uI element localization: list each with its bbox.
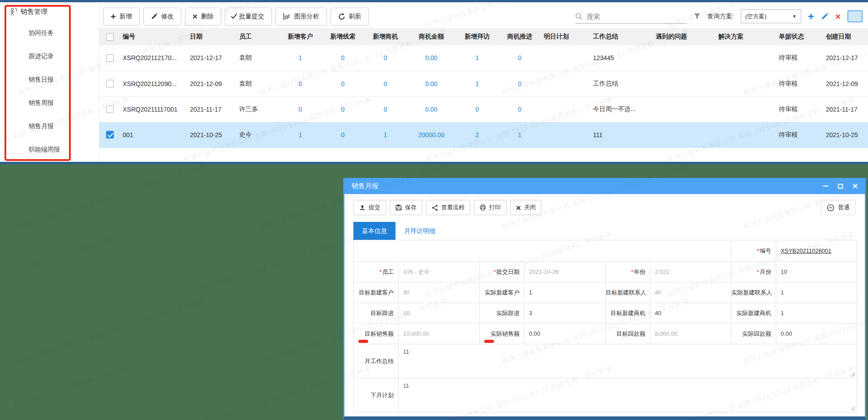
field-label-target-collection-amount: 目标回款额 <box>606 324 650 344</box>
table-row[interactable]: XSRQ202111170012021-11-17许三多0000.0000今日周… <box>99 96 868 122</box>
tab-monthly-visit-detail[interactable]: 月拜访明细 <box>395 222 444 240</box>
doc-number-link[interactable]: XSYB20211026001 <box>781 247 831 254</box>
field-value-target-new-contacts[interactable]: 40 <box>650 282 731 303</box>
field-value-target-new-customers[interactable]: 30 <box>399 282 480 303</box>
column-header-new-opportunities[interactable]: 新增商机 <box>364 28 407 45</box>
sales-report-list-window: 销售管理 协同任务跟进记录销售日报销售周报销售月报职能端周报 +新增修改×删除批… <box>0 0 868 164</box>
column-header-new-visits[interactable]: 新增拜访 <box>456 28 498 45</box>
field-value-submit-date[interactable]: 2021-10-26 <box>524 262 606 282</box>
row-checkbox[interactable] <box>106 80 114 87</box>
row-checkbox[interactable] <box>106 105 114 113</box>
field-value-actual-new-opportunities[interactable]: 1 <box>776 303 857 324</box>
dialog-toolbar: 提交保存查看流程打印×关闭 <box>353 200 541 215</box>
resize-handle-icon[interactable] <box>851 372 855 377</box>
save-button[interactable]: 保存 <box>390 200 422 215</box>
field-value-actual-followup[interactable]: 3 <box>524 303 606 324</box>
select-all-checkbox[interactable] <box>106 33 114 41</box>
report-table: 编号日期员工新增客户新增线索新增商机商机金额新增拜访商机推进明日计划工作总结遇到… <box>99 28 868 148</box>
field-value-actual-new-contacts[interactable]: 1 <box>776 282 857 303</box>
form-row: 目标销售额10,000.00实际销售额0.00目标回款额8,000.00实际回款… <box>354 324 857 344</box>
field-value-code[interactable]: XSYB20211026001 <box>776 240 857 262</box>
column-header-code[interactable]: 编号 <box>120 28 187 45</box>
add-button[interactable]: +新增 <box>103 8 140 26</box>
column-header-date[interactable]: 日期 <box>187 28 236 45</box>
cell-opportunity-amount: 0.00 <box>407 45 456 71</box>
field-value-next-month-plan[interactable]: 11 <box>399 378 857 412</box>
column-header-new-customers[interactable]: 新增客户 <box>279 28 322 45</box>
field-label-target-sales-amount: 目标销售额 <box>354 324 399 344</box>
add-scheme-icon[interactable]: + <box>808 11 814 22</box>
field-value-target-sales-amount[interactable]: 10,000.00 <box>399 324 480 344</box>
resize-handle-icon[interactable] <box>851 406 855 411</box>
table-row[interactable]: XSRQ202112170...2021-12-17袁朗1000.0010123… <box>99 45 868 71</box>
print-button[interactable]: 打印 <box>474 200 507 215</box>
column-header-solutions[interactable]: 解决方案 <box>716 28 776 45</box>
edit-button[interactable]: 修改 <box>143 8 181 26</box>
field-value-actual-new-customers[interactable]: 1 <box>524 282 606 303</box>
column-header-new-leads[interactable]: 新增线索 <box>322 28 364 45</box>
refresh-button[interactable]: 刷新 <box>331 8 369 26</box>
filter-funnel-icon[interactable] <box>694 13 700 20</box>
field-value-year[interactable]: 2,021 <box>650 262 731 282</box>
column-header-tomorrow-plan[interactable]: 明日计划 <box>541 28 590 45</box>
row-checkbox[interactable] <box>106 54 114 62</box>
field-label-target-new-customers: 目标新建客户 <box>354 282 399 303</box>
refresh-icon <box>338 13 345 20</box>
cell-work-summary: 今日周一不适... <box>590 96 653 122</box>
sidebar-item-sales-daily-report[interactable]: 销售日报 <box>0 68 99 91</box>
field-label-monthly-work-summary: 月工作总结 <box>354 344 399 378</box>
close-button[interactable]: ×关闭 <box>510 200 541 215</box>
sidebar-item-sales-monthly-report[interactable]: 销售月报 <box>0 114 99 138</box>
cell-opportunity-advance: 0 <box>498 45 541 71</box>
minimize-icon[interactable] <box>823 186 829 186</box>
priority-badge[interactable]: 普通 <box>821 200 856 215</box>
sidebar-item-followup-records[interactable]: 跟进记录 <box>0 44 99 68</box>
row-checkbox[interactable] <box>106 131 114 139</box>
field-value-employee[interactable]: 105 - 史今 <box>399 262 480 282</box>
tab-basic-info[interactable]: 基本信息 <box>353 222 395 240</box>
graph-analysis-button[interactable]: 图形分析 <box>275 8 327 26</box>
field-value-monthly-work-summary[interactable]: 11 <box>399 344 857 378</box>
add-button-label: 新增 <box>120 13 132 21</box>
chevron-down-icon: ▼ <box>792 14 797 19</box>
column-header-work-summary[interactable]: 工作总结 <box>590 28 653 45</box>
form-row: 下月计划11 <box>354 378 857 412</box>
column-header-create-date[interactable]: 创建日期 <box>823 28 868 45</box>
delete-button[interactable]: ×删除 <box>185 8 221 26</box>
batch-submit-button-label: 批量提交 <box>239 13 264 21</box>
field-label-month: *月份 <box>731 262 776 282</box>
field-value-month[interactable]: 10 <box>776 262 857 282</box>
sidebar-item-sales-weekly-report[interactable]: 销售周报 <box>0 91 99 114</box>
x-icon: × <box>516 204 521 212</box>
cell-new-leads: 0 <box>322 122 364 147</box>
sidebar-item-collab-tasks[interactable]: 协同任务 <box>0 21 99 44</box>
search-input[interactable] <box>587 13 676 20</box>
maximize-icon[interactable] <box>838 184 843 189</box>
edit-scheme-icon[interactable] <box>821 13 829 20</box>
view-flow-button[interactable]: 查看流程 <box>426 200 470 215</box>
close-icon[interactable]: × <box>852 182 858 191</box>
cell-new-leads: 0 <box>322 71 364 96</box>
field-value-actual-collection-amount[interactable]: 0.00 <box>776 324 857 344</box>
field-value-target-new-opportunities[interactable]: 40 <box>650 303 731 324</box>
column-header-employee[interactable]: 员工 <box>236 28 279 45</box>
field-value-actual-sales-amount[interactable]: 0.00 <box>524 324 606 344</box>
field-value-target-collection-amount[interactable]: 8,000.00 <box>650 324 731 344</box>
cell-tomorrow-plan <box>541 96 590 122</box>
query-scheme-select[interactable]: (空方案) ▼ <box>741 9 801 23</box>
column-header-opportunity-advance[interactable]: 商机推进 <box>498 28 541 45</box>
cell-new-customers: 1 <box>279 122 322 147</box>
table-row[interactable]: 0012021-10-25史今10120000.0021111待审核2021-1… <box>99 122 868 147</box>
column-header-problems-met[interactable]: 遇到的问题 <box>653 28 716 45</box>
column-header-doc-status[interactable]: 单据状态 <box>776 28 823 45</box>
cell-new-opportunities: 0 <box>364 45 407 71</box>
table-row[interactable]: XSRQ202112090...2021-12-09袁朗0000.0010工作总… <box>99 71 868 96</box>
dialog-titlebar[interactable]: 销售月报 × <box>344 178 865 194</box>
field-value-target-followup[interactable]: 10 <box>399 303 480 324</box>
delete-scheme-icon[interactable]: × <box>835 12 841 21</box>
submit-button[interactable]: 提交 <box>353 200 386 215</box>
column-header-opportunity-amount[interactable]: 商机金额 <box>407 28 456 45</box>
layout-panel-icon[interactable] <box>847 10 863 22</box>
sidebar-item-functional-weekly-report[interactable]: 职能端周报 <box>0 138 99 161</box>
batch-submit-button[interactable]: 批量提交 <box>225 8 272 26</box>
